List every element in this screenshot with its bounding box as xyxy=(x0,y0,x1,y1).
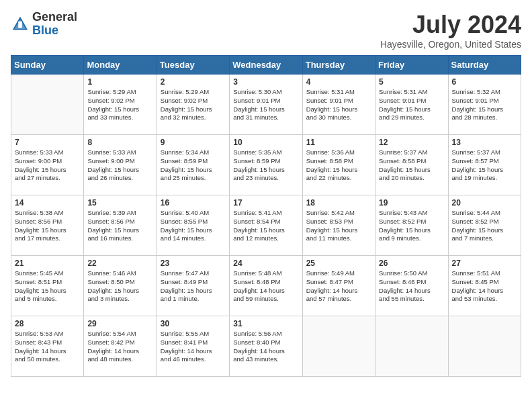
calendar-cell: 23Sunrise: 5:47 AM Sunset: 8:49 PM Dayli… xyxy=(157,256,229,316)
calendar-cell xyxy=(11,75,84,135)
day-number: 27 xyxy=(452,259,517,268)
day-number: 7 xyxy=(15,138,80,147)
cell-info: Sunrise: 5:53 AM Sunset: 8:43 PM Dayligh… xyxy=(15,330,80,364)
calendar-cell: 20Sunrise: 5:44 AM Sunset: 8:52 PM Dayli… xyxy=(448,195,521,256)
cell-info: Sunrise: 5:37 AM Sunset: 8:57 PM Dayligh… xyxy=(452,148,517,183)
calendar-cell: 19Sunrise: 5:43 AM Sunset: 8:52 PM Dayli… xyxy=(375,195,448,256)
day-number: 3 xyxy=(233,77,298,87)
day-number: 23 xyxy=(161,259,226,268)
cell-info: Sunrise: 5:46 AM Sunset: 8:50 PM Dayligh… xyxy=(87,269,152,304)
main-title: July 2024 xyxy=(380,11,521,39)
day-number: 20 xyxy=(452,198,517,208)
svg-rect-2 xyxy=(18,21,22,28)
calendar-cell: 11Sunrise: 5:36 AM Sunset: 8:58 PM Dayli… xyxy=(302,135,375,195)
cell-info: Sunrise: 5:56 AM Sunset: 8:40 PM Dayligh… xyxy=(233,330,298,364)
day-number: 15 xyxy=(87,198,152,208)
cell-info: Sunrise: 5:29 AM Sunset: 9:02 PM Dayligh… xyxy=(87,88,152,122)
day-number: 1 xyxy=(87,77,152,87)
cell-info: Sunrise: 5:43 AM Sunset: 8:52 PM Dayligh… xyxy=(379,209,444,243)
day-number: 17 xyxy=(233,198,298,208)
calendar-cell: 27Sunrise: 5:51 AM Sunset: 8:45 PM Dayli… xyxy=(448,256,521,316)
day-header-thursday: Thursday xyxy=(302,56,375,75)
cell-info: Sunrise: 5:44 AM Sunset: 8:52 PM Dayligh… xyxy=(452,209,517,243)
cell-info: Sunrise: 5:31 AM Sunset: 9:01 PM Dayligh… xyxy=(306,88,371,122)
calendar-cell: 15Sunrise: 5:39 AM Sunset: 8:56 PM Dayli… xyxy=(84,195,157,256)
cell-info: Sunrise: 5:31 AM Sunset: 9:01 PM Dayligh… xyxy=(379,88,444,122)
cell-info: Sunrise: 5:41 AM Sunset: 8:54 PM Dayligh… xyxy=(233,209,298,243)
day-number: 8 xyxy=(87,138,152,147)
calendar-cell: 3Sunrise: 5:30 AM Sunset: 9:01 PM Daylig… xyxy=(230,75,302,135)
calendar-cell: 21Sunrise: 5:45 AM Sunset: 8:51 PM Dayli… xyxy=(11,256,84,316)
day-header-saturday: Saturday xyxy=(448,56,521,75)
calendar-cell: 6Sunrise: 5:32 AM Sunset: 9:01 PM Daylig… xyxy=(448,75,521,135)
calendar-cell: 2Sunrise: 5:29 AM Sunset: 9:02 PM Daylig… xyxy=(157,75,229,135)
logo: General Blue xyxy=(11,11,77,38)
calendar-cell: 12Sunrise: 5:37 AM Sunset: 8:58 PM Dayli… xyxy=(375,135,448,195)
calendar-cell: 22Sunrise: 5:46 AM Sunset: 8:50 PM Dayli… xyxy=(84,256,157,316)
day-header-tuesday: Tuesday xyxy=(157,56,229,75)
cell-info: Sunrise: 5:29 AM Sunset: 9:02 PM Dayligh… xyxy=(161,88,226,122)
logo-general-text: General xyxy=(32,10,77,24)
day-number: 11 xyxy=(306,138,371,147)
calendar-cell: 16Sunrise: 5:40 AM Sunset: 8:55 PM Dayli… xyxy=(157,195,229,256)
day-number: 24 xyxy=(233,259,298,268)
cell-info: Sunrise: 5:51 AM Sunset: 8:45 PM Dayligh… xyxy=(452,269,517,304)
cell-info: Sunrise: 5:35 AM Sunset: 8:59 PM Dayligh… xyxy=(233,148,298,183)
week-row-1: 1Sunrise: 5:29 AM Sunset: 9:02 PM Daylig… xyxy=(11,75,521,135)
cell-info: Sunrise: 5:38 AM Sunset: 8:56 PM Dayligh… xyxy=(15,209,80,243)
day-number: 26 xyxy=(379,259,444,268)
calendar-cell: 9Sunrise: 5:34 AM Sunset: 8:59 PM Daylig… xyxy=(157,135,229,195)
calendar-cell: 14Sunrise: 5:38 AM Sunset: 8:56 PM Dayli… xyxy=(11,195,84,256)
cell-info: Sunrise: 5:47 AM Sunset: 8:49 PM Dayligh… xyxy=(161,269,226,304)
day-number: 25 xyxy=(306,259,371,268)
calendar-cell: 31Sunrise: 5:56 AM Sunset: 8:40 PM Dayli… xyxy=(230,316,302,377)
day-number: 16 xyxy=(161,198,226,208)
day-number: 14 xyxy=(15,198,80,208)
calendar-cell: 7Sunrise: 5:33 AM Sunset: 9:00 PM Daylig… xyxy=(11,135,84,195)
calendar-cell: 30Sunrise: 5:55 AM Sunset: 8:41 PM Dayli… xyxy=(157,316,229,377)
cell-info: Sunrise: 5:54 AM Sunset: 8:42 PM Dayligh… xyxy=(87,330,152,364)
calendar-cell: 5Sunrise: 5:31 AM Sunset: 9:01 PM Daylig… xyxy=(375,75,448,135)
calendar-cell: 25Sunrise: 5:49 AM Sunset: 8:47 PM Dayli… xyxy=(302,256,375,316)
calendar-cell: 18Sunrise: 5:42 AM Sunset: 8:53 PM Dayli… xyxy=(302,195,375,256)
day-number: 29 xyxy=(87,319,152,328)
cell-info: Sunrise: 5:33 AM Sunset: 9:00 PM Dayligh… xyxy=(15,148,80,183)
day-header-sunday: Sunday xyxy=(11,56,84,75)
cell-info: Sunrise: 5:39 AM Sunset: 8:56 PM Dayligh… xyxy=(87,209,152,243)
day-number: 2 xyxy=(161,77,226,87)
cell-info: Sunrise: 5:33 AM Sunset: 9:00 PM Dayligh… xyxy=(87,148,152,183)
calendar-cell: 26Sunrise: 5:50 AM Sunset: 8:46 PM Dayli… xyxy=(375,256,448,316)
calendar-cell xyxy=(375,316,448,377)
calendar-cell: 24Sunrise: 5:48 AM Sunset: 8:48 PM Dayli… xyxy=(230,256,302,316)
logo-icon xyxy=(11,15,30,34)
calendar-cell xyxy=(302,316,375,377)
cell-info: Sunrise: 5:37 AM Sunset: 8:58 PM Dayligh… xyxy=(379,148,444,183)
logo-text: General Blue xyxy=(32,11,77,38)
day-header-friday: Friday xyxy=(375,56,448,75)
title-block: July 2024 Hayesville, Oregon, United Sta… xyxy=(380,11,521,50)
calendar-cell: 17Sunrise: 5:41 AM Sunset: 8:54 PM Dayli… xyxy=(230,195,302,256)
week-row-2: 7Sunrise: 5:33 AM Sunset: 9:00 PM Daylig… xyxy=(11,135,521,195)
day-number: 31 xyxy=(233,319,298,328)
cell-info: Sunrise: 5:34 AM Sunset: 8:59 PM Dayligh… xyxy=(161,148,226,183)
page-header: General Blue July 2024 Hayesville, Orego… xyxy=(11,11,521,50)
calendar-table: SundayMondayTuesdayWednesdayThursdayFrid… xyxy=(11,55,521,377)
calendar-cell: 8Sunrise: 5:33 AM Sunset: 9:00 PM Daylig… xyxy=(84,135,157,195)
day-header-monday: Monday xyxy=(84,56,157,75)
cell-info: Sunrise: 5:45 AM Sunset: 8:51 PM Dayligh… xyxy=(15,269,80,304)
cell-info: Sunrise: 5:30 AM Sunset: 9:01 PM Dayligh… xyxy=(233,88,298,122)
calendar-header-row: SundayMondayTuesdayWednesdayThursdayFrid… xyxy=(11,56,521,75)
day-number: 21 xyxy=(15,259,80,268)
day-number: 5 xyxy=(379,77,444,87)
week-row-4: 21Sunrise: 5:45 AM Sunset: 8:51 PM Dayli… xyxy=(11,256,521,316)
day-number: 12 xyxy=(379,138,444,147)
cell-info: Sunrise: 5:48 AM Sunset: 8:48 PM Dayligh… xyxy=(233,269,298,304)
day-number: 30 xyxy=(161,319,226,328)
cell-info: Sunrise: 5:32 AM Sunset: 9:01 PM Dayligh… xyxy=(452,88,517,122)
cell-info: Sunrise: 5:40 AM Sunset: 8:55 PM Dayligh… xyxy=(161,209,226,243)
day-number: 22 xyxy=(87,259,152,268)
logo-blue-text: Blue xyxy=(32,24,58,37)
week-row-5: 28Sunrise: 5:53 AM Sunset: 8:43 PM Dayli… xyxy=(11,316,521,377)
calendar-cell xyxy=(448,316,521,377)
cell-info: Sunrise: 5:42 AM Sunset: 8:53 PM Dayligh… xyxy=(306,209,371,243)
